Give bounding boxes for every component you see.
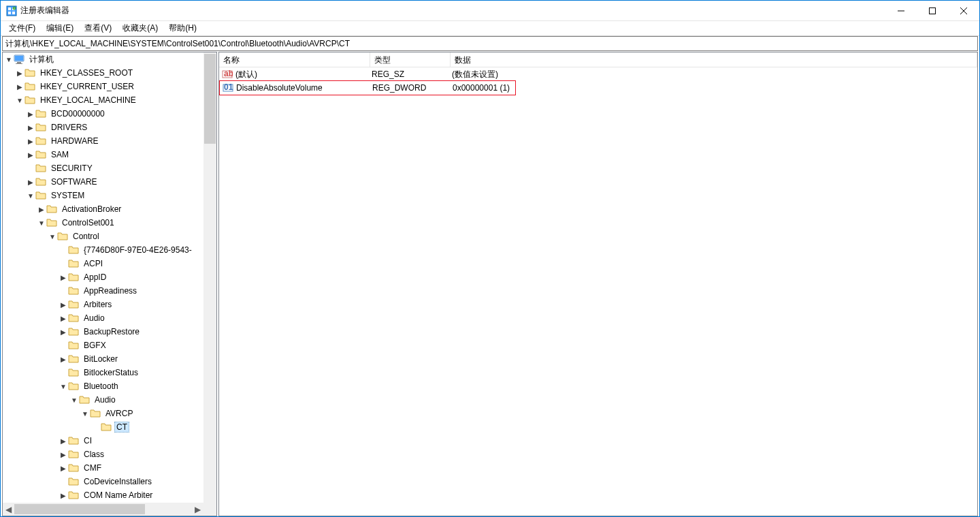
expand-icon[interactable]: ▶	[59, 274, 68, 281]
expand-icon[interactable]: ▼	[59, 383, 68, 390]
expand-icon[interactable]: ▶	[26, 178, 35, 186]
expand-icon[interactable]: ▼	[15, 97, 24, 104]
vertical-scrollbar[interactable]	[203, 52, 216, 503]
tree-node-bluetooth[interactable]: ▼Bluetooth	[3, 379, 203, 393]
folder-icon	[46, 217, 57, 228]
expand-icon[interactable]: ▼	[4, 56, 14, 63]
window-controls	[885, 1, 979, 20]
value-row-disableabsolutevolume[interactable]: 011 DisableAbsoluteVolume REG_DWORD 0x00…	[220, 81, 515, 95]
expand-icon[interactable]: ▶	[26, 124, 35, 131]
address-bar[interactable]: 计算机\HKEY_LOCAL_MACHINE\SYSTEM\ControlSet…	[2, 36, 978, 51]
folder-icon	[68, 476, 79, 487]
tree-node[interactable]: ▶AppID	[3, 270, 203, 284]
expand-icon[interactable]: ▶	[26, 151, 35, 159]
tree-view[interactable]: ▼ 计算机 ▶HKEY_CLASSES_ROOT ▶HKEY_CURRENT_U…	[3, 52, 216, 516]
expand-icon[interactable]: ▶	[59, 301, 68, 309]
folder-icon	[68, 463, 79, 473]
expand-icon[interactable]: ▶	[15, 69, 24, 77]
expand-icon[interactable]: ▶	[59, 328, 68, 336]
tree-node-control[interactable]: ▼Control	[3, 230, 203, 243]
expand-icon[interactable]: ▼	[69, 396, 79, 404]
folder-icon	[24, 95, 35, 106]
folder-icon	[68, 490, 79, 501]
tree-node[interactable]: ▶BCD00000000	[3, 107, 203, 121]
tree-node[interactable]: ▶AppReadiness	[3, 284, 203, 298]
svg-text:011: 011	[224, 82, 233, 92]
tree-node[interactable]: ▶BGFX	[3, 339, 203, 352]
tree-node[interactable]: ▶Class	[3, 448, 203, 461]
column-name[interactable]: 名称	[219, 52, 370, 67]
expand-icon[interactable]: ▼	[37, 219, 46, 227]
tree-node[interactable]: ▶CMF	[3, 461, 203, 475]
column-data[interactable]: 数据	[451, 52, 977, 67]
expand-icon[interactable]: ▼	[48, 233, 57, 240]
tree-node[interactable]: ▶CI	[3, 434, 203, 448]
horizontal-scrollbar[interactable]: ◀ ▶	[3, 503, 203, 516]
tree-node[interactable]: ▶DRIVERS	[3, 121, 203, 134]
folder-icon	[35, 149, 46, 160]
expand-icon[interactable]: ▶	[59, 315, 68, 322]
folder-icon	[68, 435, 79, 446]
expand-icon[interactable]: ▶	[59, 356, 68, 363]
folder-icon	[46, 204, 57, 215]
tree-node[interactable]: ▶Arbiters	[3, 298, 203, 311]
scroll-left-button[interactable]: ◀	[3, 503, 14, 515]
expand-icon[interactable]: ▶	[26, 138, 35, 145]
folder-icon	[35, 136, 46, 146]
tree-node[interactable]: ▶SOFTWARE	[3, 175, 203, 189]
expand-icon[interactable]: ▶	[59, 451, 68, 458]
expand-icon[interactable]: ▶	[59, 465, 68, 472]
folder-icon	[68, 340, 79, 351]
expand-icon[interactable]: ▶	[15, 83, 24, 91]
folder-icon	[90, 408, 101, 419]
menu-view[interactable]: 查看(V)	[79, 21, 117, 35]
folder-icon	[101, 422, 112, 433]
folder-icon	[68, 313, 79, 324]
tree-node-ct[interactable]: ▶CT	[3, 420, 203, 434]
menu-edit[interactable]: 编辑(E)	[41, 21, 79, 35]
maximize-button[interactable]	[917, 1, 948, 20]
scrollbar-thumb[interactable]	[204, 54, 216, 144]
value-row-default[interactable]: ab (默认) REG_SZ (数值未设置)	[219, 67, 977, 81]
folder-icon	[79, 394, 90, 405]
tree-node[interactable]: ▶ActivationBroker	[3, 202, 203, 216]
tree-node[interactable]: ▶BackupRestore	[3, 325, 203, 339]
scrollbar-thumb[interactable]	[14, 504, 145, 514]
tree-node-hklm[interactable]: ▼HKEY_LOCAL_MACHINE	[3, 93, 203, 107]
tree-node-avrcp[interactable]: ▼AVRCP	[3, 407, 203, 420]
column-type[interactable]: 类型	[370, 52, 451, 67]
tree-node[interactable]: ▶ACPI	[3, 257, 203, 270]
tree-node[interactable]: ▶HARDWARE	[3, 134, 203, 148]
scroll-right-button[interactable]: ▶	[192, 503, 203, 515]
tree-node[interactable]: ▶BitLocker	[3, 352, 203, 366]
tree-node[interactable]: ▶SAM	[3, 148, 203, 161]
tree-node[interactable]: ▶SECURITY	[3, 161, 203, 175]
address-text: 计算机\HKEY_LOCAL_MACHINE\SYSTEM\ControlSet…	[5, 38, 350, 50]
expand-icon[interactable]: ▶	[59, 437, 68, 445]
tree-node-system[interactable]: ▼SYSTEM	[3, 189, 203, 202]
folder-icon	[68, 449, 79, 460]
title-bar: 注册表编辑器	[1, 1, 979, 21]
tree-node[interactable]: ▶CoDeviceInstallers	[3, 475, 203, 488]
expand-icon[interactable]: ▶	[37, 206, 46, 213]
tree-node-hkcu[interactable]: ▶HKEY_CURRENT_USER	[3, 80, 203, 93]
expand-icon[interactable]: ▼	[26, 192, 35, 200]
menu-file[interactable]: 文件(F)	[3, 21, 41, 35]
close-button[interactable]	[948, 1, 979, 20]
tree-node[interactable]: ▶BitlockerStatus	[3, 366, 203, 379]
tree-node-cs001[interactable]: ▼ControlSet001	[3, 216, 203, 230]
tree-node[interactable]: ▶Audio	[3, 311, 203, 325]
tree-node-bt-audio[interactable]: ▼Audio	[3, 393, 203, 407]
folder-icon	[68, 299, 79, 310]
tree-node-hkcr[interactable]: ▶HKEY_CLASSES_ROOT	[3, 66, 203, 80]
minimize-button[interactable]	[885, 1, 917, 20]
tree-node[interactable]: ▶{7746D80F-97E0-4E26-9543-	[3, 243, 203, 257]
tree-node[interactable]: ▶COM Name Arbiter	[3, 488, 203, 502]
expand-icon[interactable]: ▶	[59, 492, 68, 499]
menu-help[interactable]: 帮助(H)	[163, 21, 202, 35]
menu-favorites[interactable]: 收藏夹(A)	[117, 21, 163, 35]
folder-icon	[68, 326, 79, 337]
tree-node-computer[interactable]: ▼ 计算机	[3, 52, 203, 66]
expand-icon[interactable]: ▼	[80, 410, 90, 418]
expand-icon[interactable]: ▶	[26, 110, 35, 118]
